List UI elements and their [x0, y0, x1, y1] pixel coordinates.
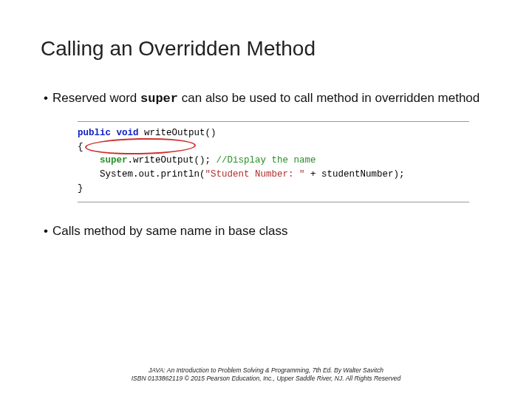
code-line-3: super.writeOutput(); //Display the name: [78, 154, 469, 168]
footer-rest: , 7th Ed. By Walter Savitch: [309, 366, 383, 374]
footer-line-2: ISBN 0133862119 © 2015 Pearson Education…: [0, 375, 532, 383]
bullet-1-text-post: can also be used to call method in overr…: [178, 91, 480, 105]
code-line-4: System.out.println("Student Number: " + …: [78, 168, 469, 182]
slide-title: Calling an Overridden Method: [41, 37, 491, 61]
code-line-1: public void writeOutput(): [78, 126, 469, 140]
code-comment: //Display the name: [216, 155, 316, 166]
bullet-1-keyword: super: [140, 92, 178, 106]
code-sys: System.out.println(: [78, 169, 205, 180]
bullet-dot: •: [44, 223, 48, 240]
bullet-1-text-pre: Reserved word: [52, 91, 140, 105]
code-string: "Student Number: ": [205, 169, 305, 180]
bullet-dot: •: [44, 90, 48, 107]
kw-void: void: [117, 128, 139, 138]
code-block: public void writeOutput() { super.writeO…: [78, 121, 469, 202]
code-after-str: + studentNumber);: [305, 169, 405, 180]
bullet-2: •Calls method by same name in base class: [41, 223, 491, 240]
code-line-2: {: [78, 140, 469, 154]
code-sig: writeOutput(): [139, 128, 216, 138]
code-line-5: }: [78, 182, 469, 196]
kw-public: public: [78, 128, 111, 138]
footer-title: JAVA: An Introduction to Problem Solving…: [149, 366, 309, 374]
kw-super: super: [100, 155, 128, 166]
bullet-2-text: Calls method by same name in base class: [52, 224, 287, 238]
code-call: .writeOutput();: [128, 155, 216, 166]
footer: JAVA: An Introduction to Problem Solving…: [0, 366, 532, 383]
bullet-1: •Reserved word super can also be used to…: [41, 90, 491, 108]
footer-line-1: JAVA: An Introduction to Problem Solving…: [0, 366, 532, 375]
